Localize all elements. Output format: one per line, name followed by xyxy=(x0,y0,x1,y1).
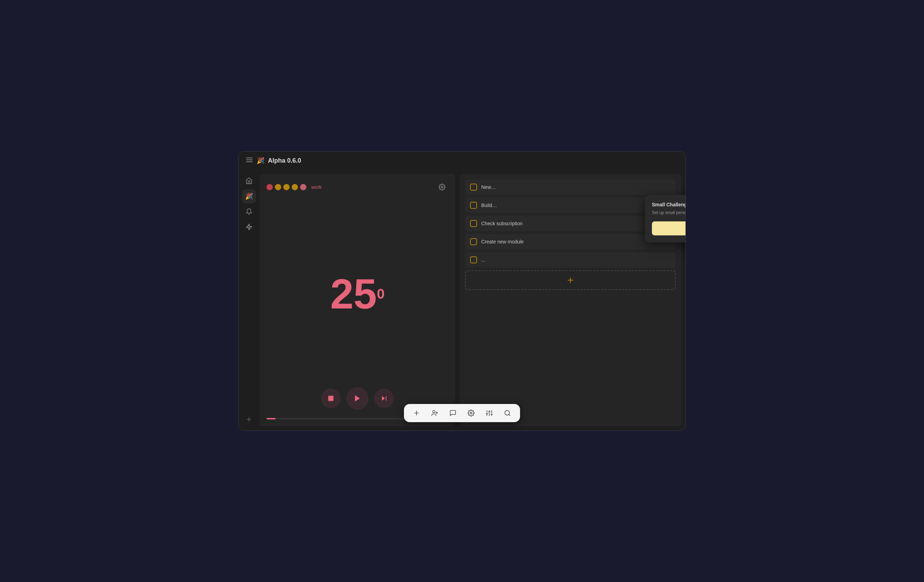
toolbar-settings-button[interactable] xyxy=(465,407,477,419)
task-item-3[interactable]: Check subscription xyxy=(465,216,676,231)
toolbar-chat-button[interactable] xyxy=(447,407,459,419)
sidebar-item-lightning[interactable] xyxy=(242,220,256,234)
task-label-1: New… xyxy=(481,184,671,190)
task-label-5: ... xyxy=(481,257,671,263)
task-checkbox-2[interactable] xyxy=(470,202,477,209)
app-title: Alpha 0.6.0 xyxy=(268,157,301,164)
task-checkbox-1[interactable] xyxy=(470,184,477,191)
toolbar-search-button[interactable] xyxy=(502,407,513,419)
app-logo: 🎉 xyxy=(257,157,264,164)
tooltip-title: Small Challenges, Great Achievements xyxy=(652,202,685,208)
bars-icon xyxy=(246,156,253,165)
sidebar-item-add[interactable] xyxy=(242,412,256,426)
task-label-3: Check subscription xyxy=(481,221,671,226)
sidebar: 🎉 xyxy=(239,170,259,430)
skip-button[interactable] xyxy=(374,389,394,408)
task-checkbox-3[interactable] xyxy=(470,220,477,227)
svg-point-5 xyxy=(441,186,443,188)
workspace-label: work xyxy=(311,184,322,190)
dot-5 xyxy=(300,184,306,190)
svg-marker-8 xyxy=(382,396,385,401)
svg-line-28 xyxy=(509,414,510,416)
dot-1 xyxy=(267,184,273,190)
task-label-4: Create new module xyxy=(481,239,671,244)
title-bar: 🎉 Alpha 0.6.0 xyxy=(239,152,685,170)
svg-marker-7 xyxy=(355,395,360,402)
task-checkbox-4[interactable] xyxy=(470,238,477,245)
task-item-2[interactable]: Build… xyxy=(465,198,676,213)
settings-button[interactable] xyxy=(436,181,448,193)
toolbar-sliders-button[interactable] xyxy=(484,407,495,419)
tooltip-close-button[interactable]: Close xyxy=(652,221,685,236)
pomodoro-panel: work 25 0 xyxy=(259,174,455,426)
task-item-4[interactable]: Create new module xyxy=(465,234,676,249)
content-area: work 25 0 xyxy=(259,170,685,430)
timer-value: 25 xyxy=(330,273,377,315)
bottom-toolbar xyxy=(404,404,520,422)
tooltip-description: Set up small personal challenges to stim… xyxy=(652,209,685,216)
progress-bar-fill xyxy=(267,418,276,419)
sidebar-item-party[interactable]: 🎉 xyxy=(242,189,256,203)
color-dots xyxy=(267,184,306,190)
timer-superscript: 0 xyxy=(377,287,385,301)
add-task-button[interactable] xyxy=(465,270,676,290)
stop-button[interactable] xyxy=(321,389,341,408)
pomodoro-header: work xyxy=(267,181,448,193)
app-window: 🎉 Alpha 0.6.0 🎉 xyxy=(238,151,686,431)
task-item-5[interactable]: ... xyxy=(465,252,676,267)
toolbar-add-button[interactable] xyxy=(411,407,422,419)
sidebar-item-home[interactable] xyxy=(242,174,256,188)
tooltip-popup: Small Challenges, Great Achievements Set… xyxy=(645,195,685,242)
dot-2 xyxy=(275,184,281,190)
sidebar-item-bell[interactable] xyxy=(242,204,256,219)
dot-4 xyxy=(292,184,298,190)
svg-point-17 xyxy=(470,412,472,414)
task-item-1[interactable]: New… xyxy=(465,180,676,195)
play-button[interactable] xyxy=(346,387,369,410)
task-checkbox-5[interactable] xyxy=(470,256,477,263)
toolbar-user-button[interactable] xyxy=(429,407,440,419)
svg-point-14 xyxy=(432,411,435,413)
tasks-panel: New… Build… Check subscription Create ne… xyxy=(460,174,681,426)
dot-3 xyxy=(283,184,290,190)
task-label-2: Build… xyxy=(481,203,671,208)
timer-display: 25 0 xyxy=(267,200,448,387)
main-area: 🎉 xyxy=(239,170,685,430)
svg-rect-6 xyxy=(328,396,334,401)
